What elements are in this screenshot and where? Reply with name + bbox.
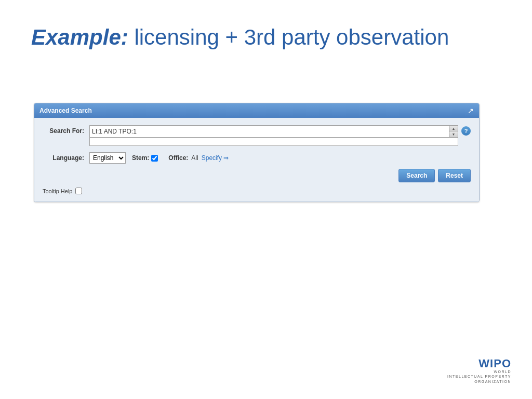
search-input-area: ▲ ▼ [89,125,458,146]
reset-button[interactable]: Reset [438,169,471,182]
tooltip-label: Tooltip Help [43,188,72,194]
language-select[interactable]: English French Spanish German [89,152,126,164]
wipo-line2: INTELLECTUAL PROPERTY [447,374,511,379]
tooltip-checkbox[interactable] [75,188,82,194]
scroll-down-button[interactable]: ▼ [449,131,458,137]
advanced-search-title: Advanced Search [39,107,92,114]
search-input-top: ▲ ▼ [89,125,458,138]
stem-checkbox[interactable] [151,155,158,162]
wipo-line1: WORLD [447,369,511,375]
wipo-name: WIPO [447,358,511,369]
wipo-line3: ORGANIZATION [447,379,511,384]
search-button[interactable]: Search [398,169,435,182]
language-label: Language: [43,154,89,162]
specify-link[interactable]: Specify ⇒ [202,154,229,162]
advanced-search-panel: Advanced Search ↗ Search For: ▲ ▼ ? [34,103,480,202]
office-all-text: All [191,154,198,162]
wipo-logo: WIPO WORLD INTELLECTUAL PROPERTY ORGANIZ… [447,358,511,384]
office-label: Office: [168,154,188,162]
search-input[interactable] [90,126,449,137]
language-row: Language: English French Spanish German … [43,152,471,164]
advanced-search-header: Advanced Search ↗ [34,103,479,118]
expand-icon[interactable]: ↗ [468,107,474,115]
tooltip-row: Tooltip Help [43,188,471,194]
buttons-row: Search Reset [43,169,471,182]
stem-label: Stem: [132,154,149,162]
page-title: Example: licensing + 3rd party observati… [31,25,449,50]
search-for-input-wrapper: ▲ ▼ ? [89,125,471,146]
help-button[interactable]: ? [461,126,471,136]
scroll-up-button[interactable]: ▲ [449,126,458,131]
search-for-label: Search For: [43,125,89,135]
search-input-bottom [89,138,458,146]
search-for-row: Search For: ▲ ▼ ? [43,125,471,146]
advanced-search-body: Search For: ▲ ▼ ? Language: [34,118,479,202]
scroll-buttons: ▲ ▼ [449,126,458,137]
